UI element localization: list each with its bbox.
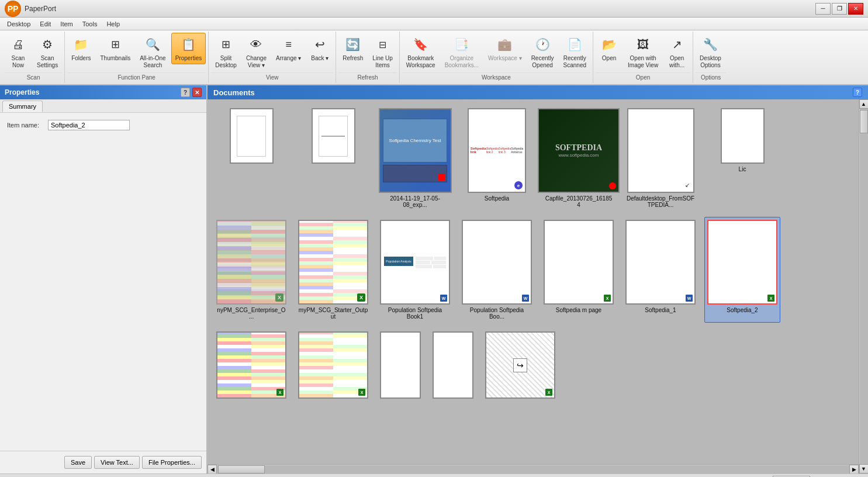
ribbon: 🖨 ScanNow ⚙ ScanSettings Scan 📁 Folders … xyxy=(0,30,868,85)
menu-edit[interactable]: Edit xyxy=(35,19,56,29)
title-bar: PP PaperPort ─ ❐ ✕ xyxy=(0,0,868,18)
menu-bar: Desktop Edit Item Tools Help xyxy=(0,18,868,30)
refresh-button[interactable]: 🔄 Refresh xyxy=(338,33,367,64)
item-name-label: Item name: xyxy=(7,122,48,129)
folders-icon: 📁 xyxy=(72,35,91,54)
documents-header: Documents ? xyxy=(208,85,868,99)
view-text-button[interactable]: View Text... xyxy=(94,456,140,469)
properties-help-button[interactable]: ? xyxy=(181,88,190,97)
v-scroll-down-button[interactable]: ▼ xyxy=(859,464,869,473)
doc-item-screenshot[interactable]: Softpedia Chemistry Test 2014-11-19_17-0… xyxy=(377,105,453,211)
h-scroll-right-button[interactable]: ▶ xyxy=(849,465,859,474)
split-desktop-button[interactable]: ⊞ SplitDesktop xyxy=(211,33,241,71)
scan-settings-button[interactable]: ⚙ ScanSettings xyxy=(33,33,62,71)
change-view-icon: 👁 xyxy=(247,35,265,54)
doc-item-softpedia2[interactable]: X Softpedia_2 xyxy=(704,217,780,323)
scan-now-icon: 🖨 xyxy=(9,35,27,54)
doc-name-enterprise: nyPM_SCG_Enterprise_O... xyxy=(216,307,286,320)
doc-name-starter: myPM_SCG_Starter_Output xyxy=(298,307,368,320)
refresh-icon: 🔄 xyxy=(344,35,362,54)
doc-item-capfile[interactable]: SOFTPEDIA www.softpedia.com Capfile_2013… xyxy=(541,105,617,211)
menu-tools[interactable]: Tools xyxy=(78,19,102,29)
menu-item[interactable]: Item xyxy=(56,19,77,29)
ribbon-group-scan-label: Scan xyxy=(5,72,62,82)
doc-item-pop-book1[interactable]: Population Analysis xyxy=(377,217,453,323)
recently-opened-button[interactable]: 🕐 RecentlyOpened xyxy=(527,33,558,71)
open-with-button[interactable]: ↗ Openwith... xyxy=(663,33,690,71)
doc-name-m-page: Softpedia m page xyxy=(556,307,601,313)
scan-now-button[interactable]: 🖨 ScanNow xyxy=(5,33,32,71)
title-bar-title: PaperPort xyxy=(25,5,56,13)
doc-item-enterprise[interactable]: X nyPM_SCG_Enterprise_O... xyxy=(213,217,289,323)
change-view-button[interactable]: 👁 ChangeView ▾ xyxy=(242,33,271,71)
doc-item-starter[interactable]: X myPM_SCG_Starter_Output xyxy=(295,217,371,323)
docs-vertical-scrollbar: ▲ ▼ xyxy=(859,99,868,473)
h-scroll-left-button[interactable]: ◀ xyxy=(208,465,217,474)
open-button[interactable]: 📂 Open xyxy=(596,33,623,64)
doc-name-screenshot: 2014-11-19_17-05-08_exp... xyxy=(380,195,450,208)
doc-item-hatch[interactable]: ↪ X xyxy=(482,329,558,404)
doc-item-row3a[interactable]: X xyxy=(213,329,289,404)
doc-item-row3b[interactable]: X xyxy=(295,329,371,404)
documents-help-button[interactable]: ? xyxy=(853,88,862,97)
open-image-view-button[interactable]: 🖼 Open withImage View xyxy=(624,33,662,71)
ribbon-group-function-pane: 📁 Folders ⊞ Thumbnails 🔍 All-in-OneSearc… xyxy=(65,32,209,83)
save-button[interactable]: Save xyxy=(64,456,92,469)
properties-button[interactable]: 📋 Properties xyxy=(171,33,206,64)
all-in-one-search-button[interactable]: 🔍 All-in-OneSearch xyxy=(136,33,170,71)
doc-item-m-page[interactable]: X Softpedia m page xyxy=(541,217,617,323)
doc-item-row3c[interactable] xyxy=(377,329,424,404)
recently-scanned-label: RecentlyScanned xyxy=(563,55,586,69)
doc-item-blank2[interactable] xyxy=(295,105,371,211)
back-button[interactable]: ↩ Back ▾ xyxy=(306,33,333,64)
v-scroll-up-button[interactable]: ▲ xyxy=(859,99,869,109)
folders-button[interactable]: 📁 Folders xyxy=(67,33,95,64)
recently-scanned-button[interactable]: 📄 RecentlyScanned xyxy=(559,33,590,71)
desktop-options-button[interactable]: 🔧 DesktopOptions xyxy=(696,33,725,71)
menu-desktop[interactable]: Desktop xyxy=(2,19,35,29)
doc-item-pop-boo[interactable]: W Population Softpedia Boo... xyxy=(459,217,535,323)
ribbon-group-view: ⊞ SplitDesktop 👁 ChangeView ▾ ≡ Arrange … xyxy=(209,32,336,83)
organize-bookmarks-button[interactable]: 📑 OrganizeBookmarks... xyxy=(441,33,483,71)
restore-button[interactable]: ❐ xyxy=(832,3,847,15)
properties-icon: 📋 xyxy=(179,35,198,54)
item-name-input[interactable] xyxy=(48,120,130,130)
ribbon-group-open-label: Open xyxy=(596,72,690,82)
h-scroll-thumb[interactable] xyxy=(218,465,265,473)
line-up-items-icon: ⊟ xyxy=(374,35,392,54)
doc-item-defaultdesktop[interactable]: ↙ Defaultdesktop_FromSOFTPEDIA... xyxy=(623,105,698,211)
minimize-button[interactable]: ─ xyxy=(815,3,831,15)
file-properties-button[interactable]: File Properties... xyxy=(142,456,202,469)
title-bar-left: PP PaperPort xyxy=(5,1,56,17)
doc-item-softpedia1[interactable]: W Softpedia_1 xyxy=(623,217,698,323)
doc-name-softpedia2: Softpedia_2 xyxy=(727,307,758,313)
close-button[interactable]: ✕ xyxy=(848,3,863,15)
refresh-label: Refresh xyxy=(343,55,363,62)
properties-header: Properties ? ✕ xyxy=(0,85,206,99)
properties-close-button[interactable]: ✕ xyxy=(192,88,202,97)
v-scroll-track xyxy=(860,109,868,464)
doc-name-softpedia-pdf: Softpedia xyxy=(485,195,509,202)
properties-body: Item name: xyxy=(0,113,206,451)
ribbon-group-open: 📂 Open 🖼 Open withImage View ↗ Openwith.… xyxy=(593,32,693,83)
open-with-label: Openwith... xyxy=(669,55,684,69)
arrange-button[interactable]: ≡ Arrange ▾ xyxy=(272,33,305,64)
open-label: Open xyxy=(602,55,616,62)
bookmark-workspace-button[interactable]: 🔖 BookmarkWorkspace xyxy=(402,33,440,71)
line-up-items-button[interactable]: ⊟ Line UpItems xyxy=(368,33,396,71)
doc-item-row3d[interactable] xyxy=(430,329,476,404)
properties-panel: Properties ? ✕ Summary Item name: Save V… xyxy=(0,85,208,473)
properties-label: Properties xyxy=(175,55,202,62)
menu-help[interactable]: Help xyxy=(102,19,125,29)
thumbnails-button[interactable]: ⊞ Thumbnails xyxy=(96,33,135,64)
doc-item-blank1[interactable] xyxy=(213,105,289,211)
ribbon-content: 🖨 ScanNow ⚙ ScanSettings Scan 📁 Folders … xyxy=(0,30,868,84)
scan-settings-icon: ⚙ xyxy=(38,35,57,54)
doc-item-softpedia-pdf[interactable]: Softpedia link Softpedia link 2 Softpedi… xyxy=(459,105,535,211)
v-scroll-thumb[interactable] xyxy=(860,110,868,133)
doc-item-lic[interactable]: Lic xyxy=(704,105,780,211)
all-in-one-search-label: All-in-OneSearch xyxy=(140,55,165,69)
tab-summary[interactable]: Summary xyxy=(2,101,43,112)
recently-opened-icon: 🕐 xyxy=(533,35,552,54)
workspace-button[interactable]: 💼 Workspace ▾ xyxy=(484,33,526,64)
